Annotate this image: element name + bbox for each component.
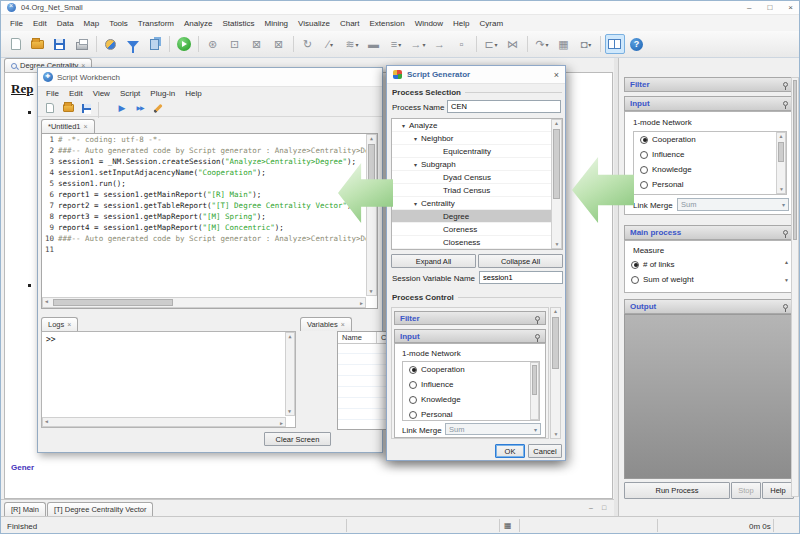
forward-button[interactable]: → xyxy=(430,34,450,54)
menu-item[interactable]: Cyram xyxy=(475,17,509,30)
code-editor[interactable]: 1 # -*- coding: utf-8 -*- 2 ###-- Auto g… xyxy=(41,133,378,309)
column-header[interactable]: Name xyxy=(338,332,376,343)
menu-item[interactable]: Tools xyxy=(104,17,133,30)
tree-item[interactable]: Equicentrality xyxy=(392,145,562,158)
measure-radio-option[interactable]: Sum of weight xyxy=(631,272,793,287)
scrollbar[interactable] xyxy=(530,362,539,420)
maximize-icon[interactable]: □ xyxy=(767,3,772,12)
layer-button[interactable]: ▬ xyxy=(364,34,384,54)
stop-button[interactable]: Stop xyxy=(731,482,761,499)
main-process-section-header[interactable]: Main process xyxy=(624,225,794,240)
capture-button[interactable]: ◘▾ xyxy=(576,34,596,54)
panel-layout-button[interactable] xyxy=(605,34,625,54)
menu-item[interactable]: Help xyxy=(181,89,205,98)
chevron-down-icon[interactable]: ▾ xyxy=(410,161,421,168)
filter-section-header[interactable]: Filter xyxy=(394,311,546,325)
menu-item[interactable]: Visualize xyxy=(293,17,335,30)
draw-link-button[interactable]: ∕▾ xyxy=(320,34,340,54)
network-radio-option[interactable]: Cooperation xyxy=(409,362,539,377)
menu-item[interactable]: Plug-in xyxy=(146,89,179,98)
node-attribute-button[interactable]: ⊛ xyxy=(203,34,223,54)
list-options-button[interactable]: ≡▾ xyxy=(386,34,406,54)
tree-item[interactable]: Closeness xyxy=(392,236,562,249)
pin-icon[interactable] xyxy=(783,304,788,309)
close-icon[interactable]: × xyxy=(84,123,88,130)
open-script-button[interactable] xyxy=(60,101,76,116)
menu-item[interactable]: Window xyxy=(410,17,448,30)
link-tool-button[interactable]: ⋈ xyxy=(503,34,523,54)
print-button[interactable] xyxy=(72,34,92,54)
matrix-view-button[interactable]: ▦ xyxy=(554,34,574,54)
logs-console[interactable]: >> ▲▼ ◀▶ xyxy=(41,331,296,428)
forward-options-button[interactable]: →▾ xyxy=(408,34,428,54)
tree-item[interactable]: Coreness xyxy=(392,223,562,236)
restore-icon[interactable]: □ xyxy=(602,504,606,511)
menu-item[interactable]: Data xyxy=(52,17,79,30)
run-process-button[interactable] xyxy=(174,34,194,54)
menu-item[interactable]: Edit xyxy=(28,17,52,30)
edit-script-button[interactable] xyxy=(150,101,166,116)
session-variable-input[interactable] xyxy=(479,271,563,284)
scroll-up-icon[interactable]: ▲ xyxy=(784,259,789,265)
close-icon[interactable]: × xyxy=(554,70,559,80)
network-radio-option[interactable]: Influence xyxy=(640,147,786,162)
pin-icon[interactable] xyxy=(535,316,540,321)
rotate-layout-button[interactable]: ↷▾ xyxy=(532,34,552,54)
pin-icon[interactable] xyxy=(783,82,788,87)
run-script-button[interactable]: ▶ xyxy=(114,101,130,116)
input-section-header[interactable]: Input xyxy=(624,96,794,111)
network-radio-option[interactable]: Personal xyxy=(409,407,539,422)
menu-item[interactable]: View xyxy=(89,89,114,98)
close-icon[interactable]: × xyxy=(67,321,71,328)
network-radio-option[interactable]: Influence xyxy=(409,377,539,392)
shrink-network-button[interactable]: ⊠ xyxy=(247,34,267,54)
logs-vscrollbar[interactable]: ▲▼ xyxy=(285,332,295,416)
menu-item[interactable]: File xyxy=(42,89,63,98)
close-icon[interactable]: × xyxy=(788,3,793,12)
network-radio-option[interactable]: Knowledge xyxy=(640,162,786,177)
query-filter-button[interactable] xyxy=(123,34,143,54)
menu-item[interactable]: Transform xyxy=(133,17,179,30)
link-style-button[interactable]: ≋▾ xyxy=(342,34,362,54)
help-button[interactable]: Help xyxy=(762,482,794,499)
editor-vscrollbar[interactable]: ▲▼ xyxy=(366,134,377,296)
chevron-down-icon[interactable]: ▾ xyxy=(410,135,421,142)
tree-item[interactable]: ▾ Centrality xyxy=(392,197,562,210)
filter-section-header[interactable]: Filter xyxy=(624,77,794,92)
report-link[interactable]: Gener xyxy=(11,463,34,472)
expand-all-button[interactable]: Expand All xyxy=(391,254,476,268)
menu-item[interactable]: Analyze xyxy=(179,17,217,30)
refresh-layout-button[interactable]: ↻ xyxy=(298,34,318,54)
cancel-button[interactable]: Cancel xyxy=(528,444,562,458)
dialog-titlebar[interactable]: Script Generator × xyxy=(387,66,565,84)
tree-item[interactable]: ▾ Subgraph xyxy=(392,158,562,171)
new-script-button[interactable] xyxy=(42,101,58,116)
menu-item[interactable]: Mining xyxy=(259,17,293,30)
result-tab[interactable]: [R] Main xyxy=(4,502,46,516)
collapse-all-button[interactable]: Collapse All xyxy=(478,254,563,268)
variables-tab[interactable]: Variables× xyxy=(300,317,352,331)
measure-radio-option[interactable]: # of links xyxy=(631,257,793,272)
duplicate-button[interactable] xyxy=(145,34,165,54)
minimize-icon[interactable]: – xyxy=(589,504,593,511)
menu-item[interactable]: Help xyxy=(448,17,474,30)
chevron-down-icon[interactable]: ▾ xyxy=(398,122,409,129)
result-tab[interactable]: [T] Degree Centrality Vector xyxy=(47,502,154,516)
menu-item[interactable]: File xyxy=(5,17,28,30)
link-merge-select[interactable]: Sum▾ xyxy=(677,198,789,211)
frame-button[interactable]: ▫ xyxy=(452,34,472,54)
new-project-button[interactable] xyxy=(6,34,26,54)
help-button[interactable] xyxy=(627,34,647,54)
minimize-icon[interactable]: – xyxy=(747,3,751,12)
script-tab[interactable]: *Untitled1× xyxy=(41,119,95,133)
logs-tab[interactable]: Logs× xyxy=(41,317,78,331)
ok-button[interactable]: OK xyxy=(495,444,525,458)
tree-scrollbar[interactable]: ▲▼ xyxy=(551,119,562,249)
process-name-input[interactable] xyxy=(447,100,561,113)
run-all-button[interactable]: ▶▶ xyxy=(132,101,148,116)
scroll-down-icon[interactable]: ▼ xyxy=(784,277,789,283)
tree-item[interactable]: Degree xyxy=(392,210,562,223)
menu-item[interactable]: Script xyxy=(116,89,144,98)
output-section-header[interactable]: Output xyxy=(624,299,794,314)
control-scrollbar[interactable]: ▲▼ xyxy=(550,307,561,439)
